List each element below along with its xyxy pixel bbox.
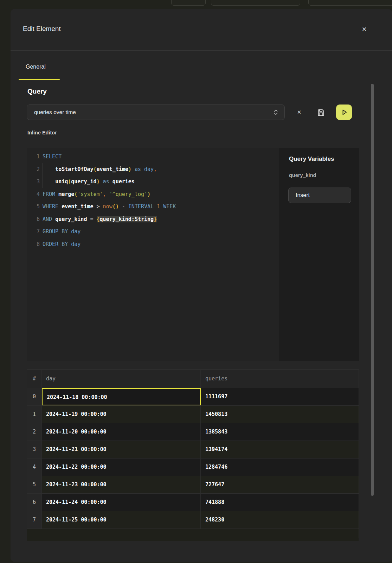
results-table-header: # day queries [27, 370, 359, 388]
play-icon [340, 108, 348, 116]
dialog-header: Edit Element ✕ [11, 9, 392, 51]
tab-general[interactable]: General [26, 64, 46, 70]
tab-active-underline [19, 79, 60, 80]
background-button [211, 0, 300, 6]
table-row: 22024-11-20 00:00:001385843 [27, 423, 359, 441]
save-icon [317, 108, 325, 116]
background-button [308, 0, 392, 6]
code-line: 6AND query_kind = {query_kind:String} [27, 213, 279, 226]
vertical-scrollbar[interactable] [371, 84, 374, 496]
code-text: AND query_kind = {query_kind:String} [40, 213, 157, 226]
code-text: SELECT [40, 151, 62, 163]
row-index-cell[interactable]: 6 [27, 494, 42, 511]
line-number: 8 [27, 238, 40, 251]
day-cell[interactable]: 2024-11-25 00:00:00 [42, 511, 201, 529]
queries-cell[interactable]: 1394174 [201, 441, 359, 458]
dialog-title: Edit Element [23, 25, 61, 33]
code-line: 2 toStartOfDay(event_time) as day, [27, 163, 279, 176]
close-icon: ✕ [362, 26, 367, 33]
day-cell[interactable]: 2024-11-23 00:00:00 [42, 476, 201, 493]
table-row: 62024-11-24 00:00:00741888 [27, 494, 359, 511]
code-line: 8ORDER BY day [27, 238, 279, 251]
row-index-cell[interactable]: 2 [27, 423, 42, 441]
code-line: 7GROUP BY day [27, 226, 279, 238]
row-index-cell[interactable]: 4 [27, 458, 42, 476]
run-query-button[interactable] [336, 105, 352, 120]
code-line: 1SELECT [27, 151, 279, 163]
query-variables-heading: Query Variables [289, 156, 334, 163]
code-text: GROUP BY day [40, 226, 81, 238]
code-text: uniq(query_id) as queries [40, 176, 135, 188]
table-row: 52024-11-23 00:00:00727647 [27, 476, 359, 494]
row-index-cell[interactable]: 3 [27, 441, 42, 458]
queries-cell[interactable]: 248230 [201, 511, 359, 529]
code-line: 3 uniq(query_id) as queries [27, 176, 279, 188]
line-number: 1 [27, 151, 40, 163]
table-row: 42024-11-22 00:00:001284746 [27, 458, 359, 476]
row-index-cell[interactable]: 1 [27, 406, 42, 423]
code-text: FROM merge('system', '^query_log') [40, 188, 150, 201]
results-table: # day queries 02024-11-18 00:00:00111169… [27, 369, 359, 538]
edit-element-dialog: Edit Element ✕ General Query queries ove… [11, 9, 392, 562]
clear-query-button[interactable]: ✕ [295, 108, 304, 116]
queries-cell[interactable]: 727647 [201, 476, 359, 493]
queries-cell[interactable]: 1284746 [201, 458, 359, 476]
inline-editor-label: Inline Editor [27, 130, 57, 135]
close-button[interactable]: ✕ [359, 24, 369, 34]
results-table-footer [27, 529, 359, 541]
table-row: 72024-11-25 00:00:00248230 [27, 511, 359, 529]
day-cell[interactable]: 2024-11-24 00:00:00 [42, 494, 201, 511]
query-section-heading: Query [27, 88, 47, 95]
clear-icon: ✕ [297, 109, 302, 115]
insert-variable-button[interactable]: Insert [288, 188, 351, 203]
query-variables-panel: Query Variables query_kind Insert [279, 148, 359, 361]
column-header-day: day [42, 370, 201, 388]
queries-cell[interactable]: 1450813 [201, 406, 359, 423]
day-cell[interactable]: 2024-11-22 00:00:00 [42, 458, 201, 476]
row-index-cell[interactable]: 0 [27, 388, 42, 405]
sql-editor[interactable]: 1SELECT2 toStartOfDay(event_time) as day… [27, 148, 359, 361]
row-index-cell[interactable]: 5 [27, 476, 42, 493]
code-text: WHERE event_time > now() - INTERVAL 1 WE… [40, 201, 176, 213]
day-cell[interactable]: 2024-11-20 00:00:00 [42, 423, 201, 441]
table-row: 12024-11-19 00:00:001450813 [27, 406, 359, 423]
variable-name-label: query_kind [289, 172, 316, 178]
line-number: 5 [27, 201, 40, 213]
line-number: 7 [27, 226, 40, 238]
column-header-index: # [27, 370, 42, 388]
query-select-value: queries over time [34, 109, 274, 115]
code-text: ORDER BY day [40, 238, 81, 251]
line-number: 6 [27, 213, 40, 226]
queries-cell[interactable]: 1385843 [201, 423, 359, 441]
column-header-queries: queries [201, 370, 359, 388]
day-cell[interactable]: 2024-11-19 00:00:00 [42, 406, 201, 423]
page-background: { "modal": { "title": "Edit Element", "c… [0, 0, 392, 563]
chevron-up-down-icon [274, 109, 278, 115]
save-query-button[interactable] [316, 107, 326, 118]
queries-cell[interactable]: 741888 [201, 494, 359, 511]
code-line: 5WHERE event_time > now() - INTERVAL 1 W… [27, 201, 279, 213]
code-text: toStartOfDay(event_time) as day, [40, 163, 157, 176]
day-cell[interactable]: 2024-11-21 00:00:00 [42, 441, 201, 458]
code-lines: 1SELECT2 toStartOfDay(event_time) as day… [27, 151, 279, 251]
row-index-cell[interactable]: 7 [27, 511, 42, 529]
results-rows: 02024-11-18 00:00:00111169712024-11-19 0… [27, 388, 359, 529]
background-button [171, 0, 206, 6]
day-cell[interactable]: 2024-11-18 00:00:00 [42, 388, 201, 405]
table-row: 32024-11-21 00:00:001394174 [27, 441, 359, 458]
line-number: 4 [27, 188, 40, 201]
table-row: 02024-11-18 00:00:001111697 [27, 388, 359, 406]
query-select[interactable]: queries over time [27, 105, 285, 120]
queries-cell[interactable]: 1111697 [201, 388, 359, 405]
code-line: 4FROM merge('system', '^query_log') [27, 188, 279, 201]
line-number: 3 [27, 176, 40, 188]
line-number: 2 [27, 163, 40, 176]
